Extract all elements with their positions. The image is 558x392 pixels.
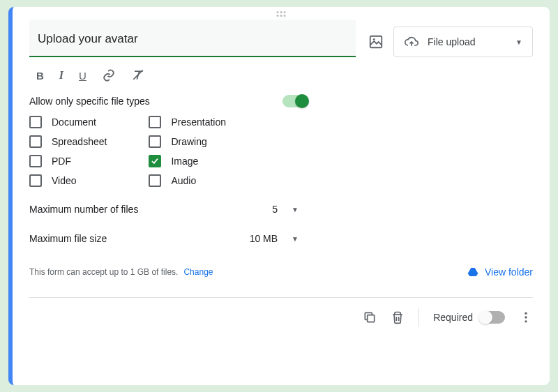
file-type-checkbox[interactable]: Document [29, 116, 107, 128]
more-options-button[interactable] [519, 310, 533, 324]
storage-info-text: This form can accept up to 1 GB of files… [29, 267, 178, 277]
file-types-label: Allow only specific file types [29, 96, 150, 107]
file-type-checkbox[interactable]: Audio [149, 174, 226, 187]
question-card: File upload ▼ B I U Allow only specific … [8, 7, 550, 385]
chevron-down-icon: ▼ [292, 235, 299, 243]
clear-format-button[interactable] [131, 68, 145, 82]
file-type-label: Audio [171, 175, 196, 186]
delete-button[interactable] [391, 310, 405, 324]
bold-button[interactable]: B [36, 70, 44, 82]
drive-icon [467, 266, 479, 278]
formatting-toolbar: B I U [29, 64, 533, 95]
svg-point-4 [525, 316, 527, 318]
drag-handle[interactable] [277, 11, 286, 17]
file-type-label: Presentation [171, 116, 226, 128]
max-files-row: Maximum number of files 5 ▼ [29, 204, 533, 215]
vertical-divider [418, 308, 419, 327]
question-title-input[interactable] [29, 20, 356, 57]
max-size-label: Maximum file size [29, 233, 107, 244]
cloud-upload-icon [404, 35, 419, 49]
italic-button[interactable]: I [59, 69, 63, 82]
chevron-down-icon: ▼ [515, 38, 522, 46]
type-picker-wrap: File upload ▼ [368, 20, 533, 57]
svg-rect-2 [368, 315, 375, 322]
file-type-label: PDF [52, 156, 71, 167]
checkbox-box [149, 174, 161, 187]
file-type-label: Video [52, 175, 77, 186]
duplicate-button[interactable] [363, 310, 377, 324]
chevron-down-icon: ▼ [292, 206, 299, 213]
max-size-row: Maximum file size 10 MB ▼ [29, 233, 533, 244]
max-files-dropdown[interactable]: 5 ▼ [272, 204, 299, 215]
file-type-checkbox[interactable]: Spreadsheet [29, 135, 107, 148]
info-row: This form can accept up to 1 GB of files… [29, 266, 533, 278]
file-type-label: Image [171, 156, 198, 167]
required-label: Required [433, 312, 473, 323]
max-size-dropdown[interactable]: 10 MB ▼ [250, 233, 299, 244]
file-type-checkbox[interactable]: Video [29, 174, 107, 187]
max-size-value: 10 MB [250, 233, 278, 244]
file-types-grid: DocumentSpreadsheetPDFVideo Presentation… [29, 116, 533, 187]
checkbox-box [149, 135, 161, 148]
view-folder-label: View folder [485, 266, 533, 278]
checkbox-box [29, 174, 42, 187]
checkbox-box [29, 155, 42, 167]
change-link[interactable]: Change [183, 267, 213, 277]
file-type-label: Document [52, 116, 96, 128]
file-type-checkbox[interactable]: PDF [29, 155, 107, 167]
required-toggle[interactable] [480, 311, 505, 324]
file-type-label: Drawing [171, 136, 206, 147]
svg-point-1 [373, 38, 375, 40]
link-button[interactable] [102, 68, 116, 82]
checkbox-box [29, 116, 42, 128]
checkbox-box [149, 155, 161, 167]
question-type-label: File upload [428, 36, 476, 47]
file-types-toggle[interactable] [282, 95, 308, 107]
question-footer: Required [29, 298, 533, 327]
file-type-label: Spreadsheet [52, 136, 107, 147]
svg-rect-0 [370, 36, 382, 48]
add-image-icon[interactable] [368, 34, 384, 50]
checkbox-box [149, 116, 161, 128]
file-type-checkbox[interactable]: Presentation [149, 116, 226, 128]
question-header-row: File upload ▼ [29, 20, 533, 57]
file-types-toggle-row: Allow only specific file types [29, 95, 533, 107]
svg-point-3 [525, 312, 527, 315]
required-row: Required [433, 311, 505, 324]
file-type-checkbox[interactable]: Drawing [149, 135, 226, 148]
file-type-checkbox[interactable]: Image [149, 155, 226, 167]
svg-point-5 [525, 320, 527, 322]
checkbox-box [29, 135, 42, 148]
max-files-label: Maximum number of files [29, 204, 138, 215]
max-files-value: 5 [272, 204, 278, 215]
underline-button[interactable]: U [79, 70, 86, 82]
question-type-dropdown[interactable]: File upload ▼ [393, 27, 533, 57]
view-folder-link[interactable]: View folder [467, 266, 533, 278]
